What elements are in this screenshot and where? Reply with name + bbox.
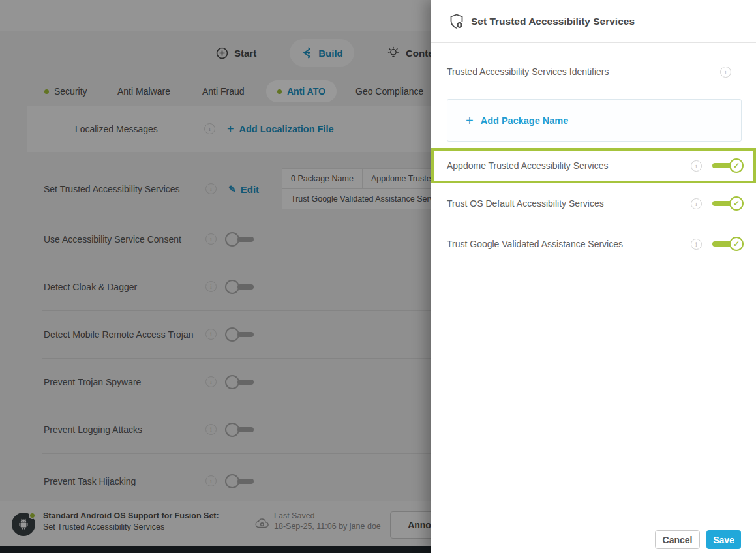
add-package-name-label: Add Package Name: [481, 115, 569, 126]
add-package-name-area[interactable]: + Add Package Name: [447, 99, 742, 142]
check-icon: ✓: [729, 158, 744, 173]
toggle-on[interactable]: ✓: [712, 158, 744, 173]
screen: Start Build Context Security Anti Malwar…: [0, 0, 756, 553]
shield-plus-icon: [449, 13, 464, 30]
panel-row-appdome-trusted-highlighted: Appdome Trusted Accessibility Services i…: [431, 148, 756, 183]
toggle-on[interactable]: ✓: [712, 237, 744, 251]
set-trusted-services-panel: Set Trusted Accessibility Services Trust…: [431, 0, 756, 553]
toggle-on[interactable]: ✓: [712, 196, 744, 211]
info-icon[interactable]: i: [720, 67, 731, 78]
panel-row-label: Appdome Trusted Accessibility Services: [447, 160, 608, 171]
info-icon[interactable]: i: [691, 198, 702, 209]
panel-title: Set Trusted Accessibility Services: [471, 16, 635, 27]
panel-row-trust-google-validated: Trust Google Validated Assistance Servic…: [431, 224, 756, 264]
panel-header: Set Trusted Accessibility Services: [431, 0, 756, 43]
identifiers-header-row: Trusted Accessibility Services Identifie…: [447, 63, 731, 81]
check-icon: ✓: [729, 237, 744, 251]
check-icon: ✓: [729, 196, 744, 211]
info-icon[interactable]: i: [691, 160, 702, 172]
panel-row-label: Trust Google Validated Assistance Servic…: [447, 239, 623, 249]
plus-icon: +: [466, 114, 474, 127]
panel-row-trust-os-default: Trust OS Default Accessibility Services …: [431, 183, 756, 224]
info-icon[interactable]: i: [691, 239, 702, 250]
panel-row-label: Trust OS Default Accessibility Services: [447, 198, 604, 209]
save-button[interactable]: Save: [706, 530, 741, 549]
cancel-button[interactable]: Cancel: [655, 530, 700, 549]
identifiers-label: Trusted Accessibility Services Identifie…: [447, 67, 609, 77]
